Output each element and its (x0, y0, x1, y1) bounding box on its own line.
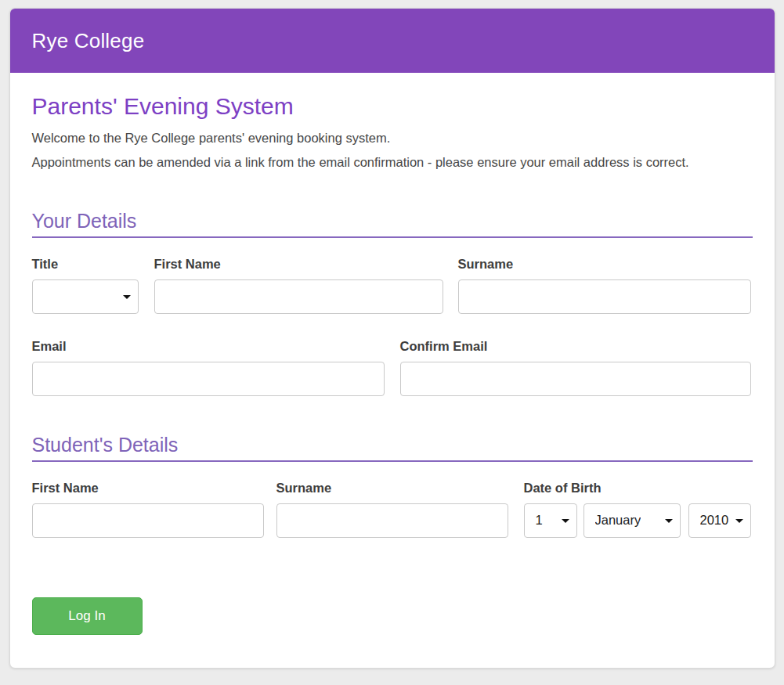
section-divider (32, 460, 753, 462)
student-first-name-field: First Name (32, 481, 264, 538)
dob-day-value: 1 (536, 513, 543, 528)
parent-surname-label: Surname (458, 257, 751, 272)
page-title: Parents' Evening System (32, 93, 753, 119)
school-name: Rye College (32, 29, 145, 53)
title-field: Title (32, 257, 139, 314)
chevron-down-icon (562, 519, 569, 523)
confirm-email-input[interactable] (400, 362, 751, 396)
email-label: Email (32, 339, 385, 355)
your-details-row-2: Email Confirm Email (32, 339, 753, 396)
email-field-group: Email (32, 339, 385, 396)
parent-first-name-label: First Name (154, 257, 443, 272)
intro-line-2: Appointments can be amended via a link f… (32, 153, 753, 173)
section-heading-your-details: Your Details (32, 210, 753, 232)
dob-day-select[interactable]: 1 (524, 503, 577, 538)
date-of-birth-field: Date of Birth 1 January 2010 (524, 481, 751, 538)
section-heading-student-details: Student's Details (32, 434, 753, 456)
student-surname-input[interactable] (276, 503, 508, 538)
your-details-row-1: Title First Name Surname (32, 257, 753, 314)
date-of-birth-selects: 1 January 2010 (524, 503, 751, 538)
chevron-down-icon (735, 519, 743, 523)
login-button[interactable]: Log In (32, 597, 143, 635)
student-surname-field: Surname (276, 481, 508, 538)
intro-line-1: Welcome to the Rye College parents' even… (32, 128, 753, 149)
dob-year-value: 2010 (700, 513, 729, 528)
student-details-row: First Name Surname Date of Birth 1 Janua… (32, 481, 753, 538)
date-of-birth-label: Date of Birth (524, 481, 751, 496)
student-surname-label: Surname (276, 481, 508, 496)
parent-first-name-field: First Name (154, 257, 443, 314)
parent-first-name-input[interactable] (154, 279, 443, 314)
student-first-name-label: First Name (32, 481, 264, 496)
chevron-down-icon (123, 295, 131, 299)
dob-year-select[interactable]: 2010 (688, 503, 751, 538)
dob-month-select[interactable]: January (583, 503, 681, 538)
confirm-email-label: Confirm Email (400, 339, 751, 355)
login-card: Rye College Parents' Evening System Welc… (9, 8, 775, 669)
dob-month-value: January (595, 513, 641, 528)
title-label: Title (32, 257, 139, 272)
login-card-body: Parents' Evening System Welcome to the R… (10, 73, 775, 668)
section-divider (32, 236, 753, 238)
parent-surname-input[interactable] (458, 279, 751, 314)
chevron-down-icon (665, 519, 673, 523)
email-input[interactable] (32, 362, 385, 396)
parent-surname-field: Surname (458, 257, 751, 314)
title-select[interactable] (32, 279, 139, 314)
confirm-email-field-group: Confirm Email (400, 339, 751, 396)
student-first-name-input[interactable] (32, 503, 264, 538)
school-header: Rye College (10, 9, 775, 73)
